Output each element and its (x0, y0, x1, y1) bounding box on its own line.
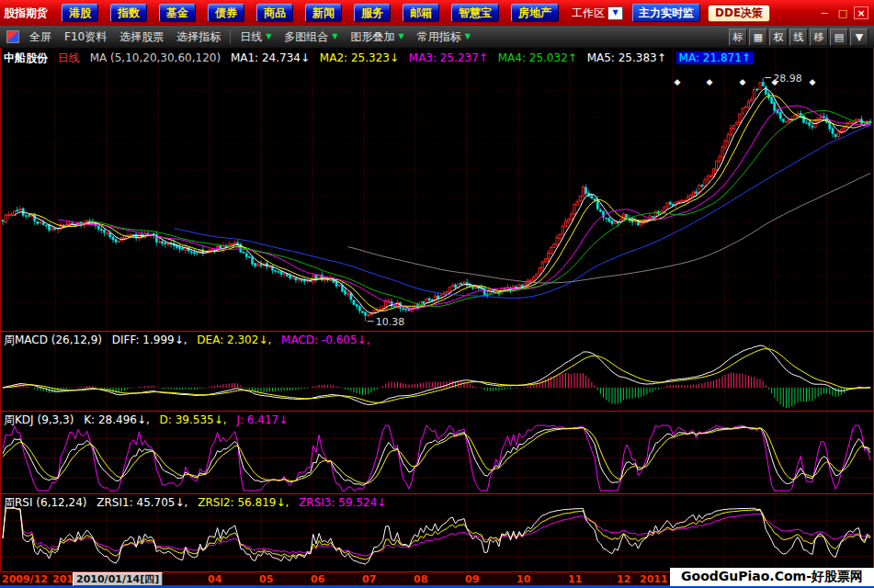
time-axis-label: 04 (208, 573, 221, 585)
ma2-value: MA2: 25.323↓ (320, 51, 399, 64)
time-axis-label: 07 (362, 573, 376, 585)
trading-app-window: 股指期货 港股 指数 基金 债券 商品 新闻 服务 邮箱 智慧宝 房地产 工作区… (0, 0, 874, 588)
macd-diff-value: DIFF: 1.999↓, (112, 334, 187, 346)
time-axis-label: 05 (259, 573, 273, 585)
kdj-panel-header: 周KDJ (9,3,3) K: 28.496↓, D: 39.535↓, J: … (4, 413, 294, 428)
period-select-label: 日线 (240, 29, 262, 45)
menu-bonds[interactable]: 债券 (208, 4, 244, 22)
ma4-value: MA4: 25.032↑ (498, 51, 577, 64)
exright-button[interactable]: 权 (769, 28, 788, 46)
period-select-button[interactable]: 日线 ▼ (233, 28, 278, 46)
chevron-down-icon[interactable]: ▼ (850, 28, 868, 46)
marker-tool-button[interactable]: 标 (729, 28, 747, 46)
grid-view-icon[interactable]: ▦ (749, 28, 767, 46)
chart-toolbar: 全屏 F10资料 选择股票 选择指标 日线 ▼ 多图组合 ▼ 图形叠加 ▼ 常用… (0, 26, 874, 48)
rsi-title: 周RSI (6,12,24) (4, 496, 86, 509)
main-chart-header: 中船股份 日线 MA (5,10,20,30,60,120) MA1: 24.7… (4, 51, 760, 66)
cursor-date-box: 2010/01/14[四] (73, 572, 163, 586)
fullscreen-button[interactable]: 全屏 (23, 28, 58, 46)
menu-commodities[interactable]: 商品 (256, 4, 293, 22)
rsi-panel-header: 周RSI (6,12,24) ZRSI1: 45.705↓, ZRSI2: 56… (4, 495, 392, 511)
chevron-down-icon: ▼ (398, 33, 403, 40)
price-chart-canvas[interactable]: ◆◆◆◆◆28.9810.38 (0, 48, 874, 571)
f10-info-button[interactable]: F10资料 (58, 28, 113, 46)
time-axis-label: 06 (311, 573, 324, 585)
period-label: 日线 (58, 51, 80, 64)
chevron-down-icon: ▼ (332, 33, 337, 40)
menu-zhihuibao[interactable]: 智慧宝 (451, 4, 499, 22)
workspace-label[interactable]: 工作区 (572, 6, 605, 21)
menu-indices[interactable]: 指数 (110, 4, 147, 22)
time-axis-label: 2009/12 (2, 573, 48, 585)
svg-text:◆: ◆ (675, 77, 681, 86)
time-axis-label: 2011 (640, 573, 668, 585)
chevron-down-icon: ▼ (266, 33, 271, 40)
rsi1-value: ZRSI1: 45.705↓, (96, 496, 187, 509)
market-tab-futures[interactable]: 股指期货 (4, 6, 48, 21)
window-controls: ─ □ × (817, 6, 870, 19)
menu-funds[interactable]: 基金 (159, 4, 196, 22)
svg-text:28.98: 28.98 (773, 73, 802, 85)
svg-text:◆: ◆ (740, 77, 746, 86)
menu-news[interactable]: 新闻 (305, 4, 342, 22)
main-force-monitor-button[interactable]: 主力实时监 (632, 4, 700, 22)
menu-services[interactable]: 服务 (354, 4, 391, 22)
move-tool-button[interactable]: 移 (810, 28, 828, 46)
rsi3-value: ZRSI3: 59.524↓ (299, 496, 386, 509)
dde-decision-button[interactable]: DDE决策 (708, 5, 770, 22)
time-axis-label: 10 (516, 573, 530, 585)
time-axis-label: 201 (52, 573, 74, 585)
select-indicator-button[interactable]: 选择指标 (170, 28, 227, 46)
rsi2-value: ZRSI2: 56.819↓, (198, 496, 289, 509)
chart-area: ◆◆◆◆◆28.9810.38 (0, 48, 874, 571)
line-tool-button[interactable]: 线 (789, 28, 808, 46)
ma1-value: MA1: 24.734↓ (231, 51, 310, 64)
stock-name: 中船股份 (4, 51, 48, 64)
ma3-value: MA3: 25.237↑ (409, 51, 488, 64)
ma-params: MA (5,10,20,30,60,120) (90, 51, 221, 64)
multi-chart-label: 多图组合 (284, 29, 328, 45)
chevron-down-icon: ▼ (612, 9, 618, 17)
time-axis-label: 09 (465, 573, 479, 585)
watermark: GoodGuPiao.Com-好股票网 (670, 568, 874, 586)
menu-mail[interactable]: 邮箱 (403, 4, 439, 22)
svg-text:◆: ◆ (810, 77, 816, 86)
workspace-dropdown[interactable]: ▼ (607, 6, 623, 20)
macd-value: MACD: -0.605↓, (281, 334, 369, 346)
ma5-value: MA5: 25.383↑ (587, 51, 666, 64)
kdj-d-value: D: 39.535↓, (160, 413, 227, 426)
macd-panel-header: 周MACD (26,12,9) DIFF: 1.999↓, DEA: 2.302… (4, 333, 376, 348)
macd-title: 周MACD (26,12,9) (4, 334, 102, 346)
ma6-value: MA: 21.871↑ (676, 51, 754, 64)
minimize-button[interactable]: ─ (817, 6, 832, 19)
menu-real-estate[interactable]: 房地产 (511, 4, 559, 22)
select-stock-button[interactable]: 选择股票 (113, 28, 170, 46)
top-menu-bar: 股指期货 港股 指数 基金 债券 商品 新闻 服务 邮箱 智慧宝 房地产 工作区… (0, 0, 874, 26)
svg-text:10.38: 10.38 (376, 316, 405, 328)
overlay-chart-button[interactable]: 图形叠加 ▼ (344, 28, 410, 46)
time-axis-label: 08 (414, 573, 427, 585)
close-button[interactable]: × (854, 6, 868, 19)
common-indicators-label: 常用指标 (417, 29, 461, 45)
kdj-j-value: J: 6.417↓ (236, 413, 288, 426)
kdj-title: 周KDJ (9,3,3) (4, 413, 74, 426)
menu-hk-stocks[interactable]: 港股 (62, 4, 98, 22)
common-indicators-button[interactable]: 常用指标 ▼ (411, 28, 477, 46)
chevron-down-icon: ▼ (465, 33, 471, 40)
toolbar-divider (230, 29, 231, 44)
app-icon (6, 30, 19, 43)
toolbar-right-icons: 标 ▦ 权 线 移 ▤ ▼ (729, 28, 871, 46)
multi-chart-button[interactable]: 多图组合 ▼ (278, 28, 344, 46)
restore-button[interactable]: □ (835, 6, 850, 19)
macd-dea-value: DEA: 2.302↓, (197, 334, 271, 346)
svg-text:◆: ◆ (707, 77, 713, 86)
time-axis-label: 12 (617, 573, 630, 585)
overlay-chart-label: 图形叠加 (350, 29, 394, 45)
panel-layout-icon[interactable]: ▤ (830, 28, 848, 46)
kdj-k-value: K: 28.496↓, (84, 413, 150, 426)
time-axis-label: 11 (568, 573, 582, 585)
